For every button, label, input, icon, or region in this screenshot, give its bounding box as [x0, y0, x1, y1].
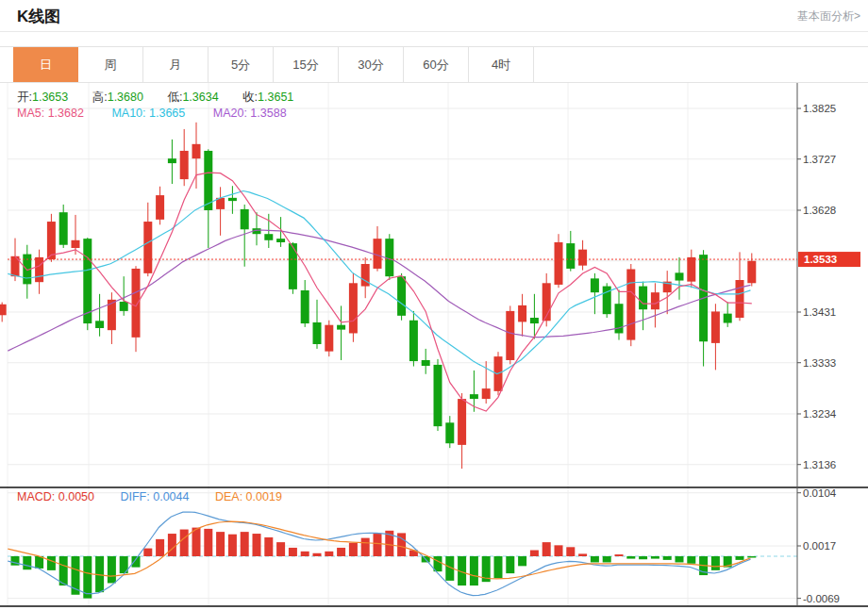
- macd-bar: [470, 556, 478, 585]
- candle-body: [349, 283, 358, 333]
- diff-label: DIFF:: [120, 490, 149, 503]
- ma5-value: 1.3682: [48, 107, 84, 120]
- macd-bar: [578, 553, 587, 556]
- macd-readout: MACD: 0.0050 DIFF: 0.0044 DEA: 0.0019: [17, 490, 305, 503]
- candle-body: [59, 212, 68, 245]
- macd-bar: [566, 547, 575, 556]
- macd-bar: [639, 556, 647, 559]
- macd-bar: [253, 534, 261, 556]
- candle-body: [578, 250, 587, 266]
- candle-body: [95, 321, 104, 328]
- y-axis-label: 1.3136: [803, 459, 836, 470]
- candle-body: [458, 399, 466, 445]
- ma20-label: MA20:: [213, 107, 247, 120]
- candle-body: [506, 311, 514, 360]
- candle-body: [736, 280, 744, 318]
- tab-15min[interactable]: 15分: [274, 47, 339, 82]
- low-label: 低:: [167, 91, 182, 104]
- candle-body: [132, 269, 141, 338]
- candle-body: [747, 261, 756, 284]
- candle-body: [566, 243, 575, 269]
- current-price-badge-text: 1.3533: [804, 254, 837, 265]
- ma20-value: 1.3588: [250, 107, 286, 120]
- candle-body: [120, 302, 128, 311]
- candle-body: [313, 322, 322, 344]
- ma10-line: [8, 191, 750, 374]
- candle-body: [337, 325, 345, 330]
- page-title: K线图: [17, 6, 60, 27]
- macd-bar: [108, 556, 116, 583]
- ma-readout: MA5: 1.3682 MA10: 1.3665 MA20: 1.3588: [17, 107, 311, 120]
- candle-body: [156, 195, 164, 220]
- tab-60min[interactable]: 60分: [404, 47, 469, 82]
- ohlc-readout: 开:1.3653 高:1.3680 低:1.3634 收:1.3651: [17, 90, 314, 106]
- y-axis-label: 1.3628: [803, 205, 836, 216]
- macd-bar: [687, 556, 695, 564]
- macd-bar: [530, 551, 539, 556]
- macd-bar: [603, 556, 611, 562]
- y-axis-label: 1.3234: [803, 408, 837, 420]
- candle-body: [711, 311, 720, 342]
- macd-label: MACD:: [17, 490, 55, 503]
- tab-30min[interactable]: 30分: [339, 47, 404, 82]
- y-axis-label: 1.3825: [803, 103, 836, 114]
- tab-4hour[interactable]: 4时: [469, 47, 534, 82]
- tab-day[interactable]: 日: [13, 47, 78, 82]
- fundamental-analysis-link[interactable]: 基本面分析>: [797, 8, 860, 25]
- macd-bar: [59, 556, 68, 585]
- candle-body: [676, 272, 684, 280]
- high-value: 1.3680: [108, 91, 143, 104]
- candle-body: [470, 394, 478, 399]
- candle-body: [445, 422, 454, 443]
- header: K线图 基本面分析>: [0, 0, 868, 32]
- ma10-label: MA10:: [111, 107, 145, 120]
- macd-bar: [374, 534, 382, 556]
- macd-bar: [216, 532, 225, 556]
- candle-body: [168, 158, 176, 163]
- y-axis-label: 1.3333: [803, 357, 836, 369]
- macd-bar: [156, 539, 164, 556]
- macd-bar: [132, 556, 141, 568]
- tab-week[interactable]: 周: [78, 47, 143, 82]
- macd-bar: [591, 556, 599, 562]
- macd-bar: [337, 548, 345, 556]
- candle-body: [434, 365, 442, 426]
- candle-body: [530, 318, 539, 323]
- macd-bar: [626, 556, 635, 559]
- candle-body: [241, 209, 249, 229]
- macd-bar: [35, 556, 43, 569]
- candle-body: [555, 242, 563, 285]
- candle-body: [651, 292, 659, 309]
- candle-body: [264, 234, 273, 240]
- macd-bar: [276, 542, 285, 556]
- macd-bar: [349, 543, 358, 556]
- macd-bar: [264, 537, 273, 556]
- macd-bar: [204, 529, 212, 556]
- dea-value: 0.0019: [246, 490, 282, 503]
- candle-body: [518, 305, 526, 322]
- tab-5min[interactable]: 5分: [209, 47, 274, 82]
- candle-body: [72, 240, 80, 248]
- y-axis-label: 0.0104: [803, 487, 837, 499]
- macd-value: 0.0050: [58, 490, 94, 503]
- candle-body: [180, 151, 189, 179]
- candle-body: [724, 314, 732, 323]
- candle-body: [228, 198, 237, 201]
- open-label: 开:: [17, 91, 32, 104]
- macd-bar: [325, 552, 333, 556]
- macd-bar: [747, 556, 756, 558]
- candle-body: [325, 325, 333, 352]
- macd-bar: [518, 556, 526, 566]
- macd-bar: [313, 553, 322, 556]
- candle-body: [591, 278, 599, 292]
- macd-bar: [736, 556, 744, 560]
- candle-body: [639, 287, 647, 310]
- macd-bar: [711, 556, 720, 570]
- y-axis-label: 0.0017: [803, 540, 836, 552]
- close-value: 1.3651: [258, 91, 293, 104]
- dea-label: DEA:: [215, 490, 242, 503]
- macd-bar: [506, 556, 514, 573]
- macd-bar: [663, 556, 672, 560]
- tab-month[interactable]: 月: [143, 47, 209, 82]
- period-tabs: 日 周 月 5分 15分 30分 60分 4时: [13, 47, 534, 82]
